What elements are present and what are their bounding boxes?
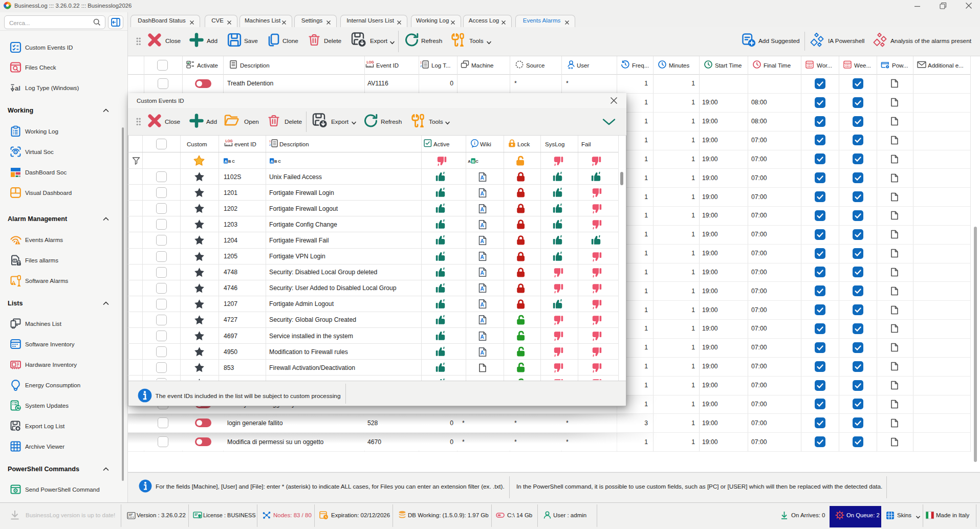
svg-text:10²: 10² xyxy=(128,513,133,516)
svg-text:A: A xyxy=(480,190,484,196)
svg-text:B: B xyxy=(228,159,231,163)
svg-text:A: A xyxy=(480,254,484,260)
svg-text:B: B xyxy=(472,159,475,163)
svg-text:C: C xyxy=(475,159,478,163)
svg-text:A: A xyxy=(480,206,484,212)
svg-text:A: A xyxy=(224,159,227,163)
svg-text:1: 1 xyxy=(269,139,271,142)
svg-text:al: al xyxy=(15,84,20,92)
svg-text:2: 2 xyxy=(420,64,422,68)
svg-text:A: A xyxy=(480,174,484,180)
svg-text:C: C xyxy=(232,159,235,163)
svg-text:A: A xyxy=(480,286,484,292)
svg-text:LOG: LOG xyxy=(226,139,233,143)
svg-text:A: A xyxy=(480,302,484,307)
svg-text:B: B xyxy=(274,159,277,163)
svg-text:LOG: LOG xyxy=(367,60,374,64)
svg-text:C: C xyxy=(278,159,281,163)
svg-text:A: A xyxy=(480,334,484,339)
svg-text:A: A xyxy=(270,159,273,163)
svg-text:A: A xyxy=(480,222,484,228)
svg-text:i: i xyxy=(474,140,475,145)
svg-text:A: A xyxy=(468,159,471,163)
svg-text:A: A xyxy=(480,238,484,244)
svg-text:A: A xyxy=(480,318,484,323)
svg-text:2: 2 xyxy=(269,143,271,146)
svg-text:1: 1 xyxy=(420,61,422,64)
svg-text:A: A xyxy=(480,349,484,355)
svg-text:A: A xyxy=(480,270,484,276)
